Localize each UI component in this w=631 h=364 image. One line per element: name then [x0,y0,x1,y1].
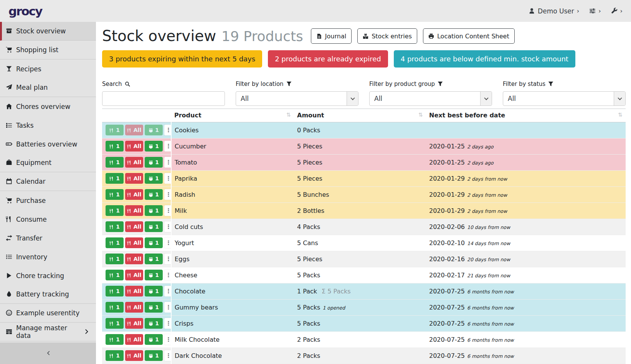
consume-all-button[interactable]: All [125,334,143,345]
column-header-product[interactable]: Product⇅ [171,109,294,122]
open-one-button[interactable]: 1 [145,318,163,329]
sidebar-item-shopping-list[interactable]: Shopping list [0,41,96,59]
status-alert-2[interactable]: 2 products are already expired [268,50,388,68]
consume-one-button[interactable]: 1 [106,254,124,264]
row-menu-button[interactable]: ⋮ [164,141,171,152]
stock-row-dark-chocolate: 1All1⋮Dark Chocolate2 Packs2020-07-256 m… [102,348,626,364]
consume-all-button[interactable]: All [125,205,143,216]
consume-all-button[interactable]: All [125,270,143,280]
consume-one-button[interactable]: 1 [106,189,124,200]
row-menu-button[interactable]: ⋮ [164,254,171,264]
consume-all-button[interactable]: All [125,254,143,264]
sidebar-item-meal-plan[interactable]: Meal plan [0,78,96,97]
consume-one-button[interactable]: 1 [106,318,124,329]
sidebar-item-tasks[interactable]: Tasks [0,116,96,135]
stock-entries-button[interactable]: Stock entries [357,28,417,44]
row-menu-button[interactable]: ⋮ [164,286,171,296]
sidebar-item-battery-tracking[interactable]: Battery tracking [0,285,96,304]
open-one-button[interactable]: 1 [145,350,163,361]
sidebar-item-chores-overview[interactable]: Chores overview [0,97,96,116]
sidebar-item-batteries-overview[interactable]: Batteries overview [0,135,96,153]
row-menu-button[interactable]: ⋮ [164,237,171,248]
sidebar-item-manage-master-data[interactable]: Manage master data [0,323,96,341]
row-menu-button[interactable]: ⋮ [164,205,171,216]
open-one-button[interactable]: 1 [145,189,163,200]
open-one-button[interactable]: 1 [145,157,163,168]
settings-menu[interactable]: › [589,7,601,15]
sort-icon[interactable]: ⇅ [286,112,291,118]
consume-one-button[interactable]: 1 [106,173,124,184]
open-one-button[interactable]: 1 [145,205,163,216]
status-alert-3[interactable]: 4 products are below defined min. stock … [394,50,575,68]
row-menu-button[interactable]: ⋮ [164,270,171,280]
open-one-button[interactable]: 1 [145,286,163,296]
consume-all-button[interactable]: All [125,125,143,135]
sidebar-item-example-userentity[interactable]: Example userentity [0,304,96,323]
sidebar-item-inventory[interactable]: Inventory [0,247,96,266]
best-before-cell: 2020-07-256 months from now [426,299,626,315]
sidebar-item-purchase[interactable]: Purchase [0,191,96,210]
consume-one-button[interactable]: 1 [106,221,124,232]
row-menu-button[interactable]: ⋮ [164,318,171,329]
consume-one-button[interactable]: 1 [106,270,124,280]
consume-one-button[interactable]: 1 [106,205,124,216]
open-one-button[interactable]: 1 [145,221,163,232]
column-header-amount[interactable]: Amount⇅ [294,109,426,122]
open-one-button[interactable]: 1 [145,254,163,264]
sidebar-item-calendar[interactable]: Calendar [0,172,96,191]
filter-by-status-select[interactable]: All [503,91,626,106]
consume-all-button[interactable]: All [125,318,143,329]
open-one-button[interactable]: 1 [145,141,163,152]
consume-all-button[interactable]: All [125,157,143,168]
sidebar-item-transfer[interactable]: Transfer [0,229,96,247]
sort-icon[interactable]: ⇅ [618,112,623,118]
location-content-sheet-button[interactable]: Location Content Sheet [423,28,515,44]
open-one-button[interactable]: 1 [145,173,163,184]
consume-all-button[interactable]: All [125,286,143,296]
consume-one-button[interactable]: 1 [106,334,124,345]
row-menu-button[interactable]: ⋮ [164,350,171,361]
consume-all-button[interactable]: All [125,189,143,200]
consume-all-button[interactable]: All [125,173,143,184]
consume-one-button[interactable]: 1 [106,125,124,135]
row-menu-button[interactable]: ⋮ [164,334,171,345]
consume-one-button[interactable]: 1 [106,237,124,248]
open-one-button[interactable]: 1 [145,270,163,280]
consume-one-button[interactable]: 1 [106,141,124,152]
consume-all-button[interactable]: All [125,237,143,248]
row-menu-button[interactable]: ⋮ [164,302,171,313]
open-one-button[interactable]: 1 [145,334,163,345]
consume-one-button[interactable]: 1 [106,157,124,168]
open-one-button[interactable]: 1 [145,237,163,248]
sidebar-item-stock-overview[interactable]: Stock overview [0,22,96,41]
sidebar-collapse-button[interactable] [0,343,96,364]
open-one-button[interactable]: 1 [145,125,163,135]
row-menu-button[interactable]: ⋮ [164,157,171,168]
column-header-next-best-before-date[interactable]: Next best before date⇅ [426,109,626,122]
admin-menu[interactable]: › [611,7,623,15]
open-one-button[interactable]: 1 [145,302,163,313]
status-alert-1[interactable]: 3 products expiring within the next 5 da… [102,50,262,68]
app-logo[interactable]: grocy [8,4,42,18]
consume-one-button[interactable]: 1 [106,302,124,313]
user-menu[interactable]: Demo User › [529,7,579,15]
consume-one-button[interactable]: 1 [106,286,124,296]
search-input[interactable] [102,91,225,106]
row-menu-button[interactable]: ⋮ [164,189,171,200]
filter-by-product-group-select[interactable]: All [369,91,492,106]
consume-all-button[interactable]: All [125,141,143,152]
filter-by-location-select[interactable]: All [236,91,358,106]
row-menu-button[interactable]: ⋮ [164,173,171,184]
row-menu-button[interactable]: ⋮ [164,125,171,135]
journal-button[interactable]: Journal [311,28,352,44]
sidebar-item-consume[interactable]: Consume [0,210,96,229]
row-menu-button[interactable]: ⋮ [164,221,171,232]
consume-one-button[interactable]: 1 [106,350,124,361]
sidebar-item-recipes[interactable]: Recipes [0,59,96,78]
sidebar-item-equipment[interactable]: Equipment [0,153,96,172]
sort-icon[interactable]: ⇅ [418,112,423,118]
consume-all-button[interactable]: All [125,302,143,313]
sidebar-item-chore-tracking[interactable]: Chore tracking [0,266,96,285]
consume-all-button[interactable]: All [125,221,143,232]
consume-all-button[interactable]: All [125,350,143,361]
